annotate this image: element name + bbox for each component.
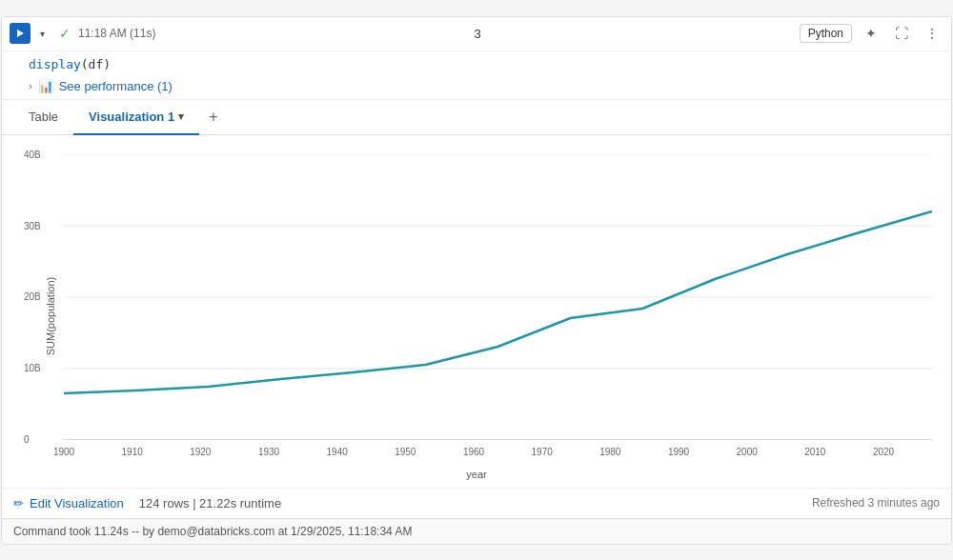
x-tick-1960: 1960 (463, 447, 484, 457)
y-tick-40b: 40B (24, 150, 41, 160)
x-tick-1990: 1990 (668, 447, 689, 457)
cell-toolbar: ▾ ✓ 11:18 AM (11s) 3 Python ✦ ⛶ ⋮ (2, 17, 951, 51)
stats-text: 124 rows | 21.22s runtime (139, 496, 281, 510)
more-options-icon[interactable]: ⋮ (921, 22, 943, 45)
tab-visualization-1[interactable]: Visualization 1 ▾ (73, 100, 199, 135)
tab-dropdown-arrow[interactable]: ▾ (178, 110, 184, 123)
chart-svg (64, 154, 932, 440)
edit-visualization-button[interactable]: ✏ Edit Visualization (13, 496, 124, 510)
chart-container: SUM(population) year (2, 145, 951, 488)
cell-number: 3 (155, 27, 799, 41)
command-text: Command took 11.24s -- by demo@databrick… (13, 525, 412, 538)
y-tick-30b: 30B (24, 221, 41, 231)
x-tick-1910: 1910 (122, 447, 143, 457)
language-badge[interactable]: Python (800, 24, 852, 43)
x-tick-2000: 2000 (737, 447, 758, 457)
chart-area: SUM(population) year (2, 135, 951, 488)
y-tick-0: 0 (24, 434, 30, 445)
edit-pencil-icon: ✏ (13, 496, 24, 510)
chart-line (64, 211, 932, 393)
refresh-time: Refreshed 3 minutes ago (812, 496, 940, 510)
code-display: display(df) (2, 51, 951, 75)
expand-icon[interactable]: ⛶ (890, 22, 913, 45)
x-tick-1940: 1940 (327, 447, 348, 457)
sparkle-icon[interactable]: ✦ (860, 22, 882, 45)
success-icon: ✓ (59, 26, 71, 41)
command-bar: Command took 11.24s -- by demo@databrick… (2, 518, 951, 544)
code-args: (df) (81, 57, 111, 71)
x-tick-2010: 2010 (804, 447, 825, 457)
x-tick-1900: 1900 (53, 447, 74, 457)
see-performance-link[interactable]: See performance (1) (59, 79, 172, 93)
bottom-bar: ✏ Edit Visualization 124 rows | 21.22s r… (2, 488, 951, 518)
x-tick-1920: 1920 (190, 447, 211, 457)
chart-svg-wrapper: 40B 30B 20B 10B 0 1900 1910 1920 1930 19… (64, 154, 932, 440)
x-tick-1930: 1930 (258, 447, 279, 457)
perf-expand-arrow[interactable]: › (29, 80, 32, 91)
x-tick-1970: 1970 (532, 447, 553, 457)
chart-bar-icon: 📊 (38, 79, 53, 93)
run-dropdown-arrow[interactable]: ▾ (34, 23, 50, 44)
toolbar-right: Python ✦ ⛶ ⋮ (800, 22, 943, 45)
run-button[interactable] (10, 23, 30, 44)
add-tab-button[interactable]: + (199, 102, 227, 132)
y-tick-20b: 20B (24, 291, 41, 302)
x-tick-1950: 1950 (395, 447, 416, 457)
performance-row: › 📊 See performance (1) (2, 75, 951, 100)
x-tick-1980: 1980 (599, 447, 620, 457)
svg-marker-0 (17, 30, 24, 37)
notebook-cell: ▾ ✓ 11:18 AM (11s) 3 Python ✦ ⛶ ⋮ displa… (1, 16, 952, 545)
y-tick-10b: 10B (24, 363, 41, 373)
x-axis-label: year (466, 469, 486, 480)
cell-timestamp: 11:18 AM (11s) (78, 27, 155, 40)
x-tick-2020: 2020 (873, 447, 894, 457)
run-controls: ▾ ✓ 11:18 AM (11s) (10, 23, 155, 44)
tabs-bar: Table Visualization 1 ▾ + (2, 100, 951, 135)
y-axis-label: SUM(population) (45, 276, 56, 355)
tab-table[interactable]: Table (13, 100, 73, 135)
code-function: display (29, 57, 81, 71)
